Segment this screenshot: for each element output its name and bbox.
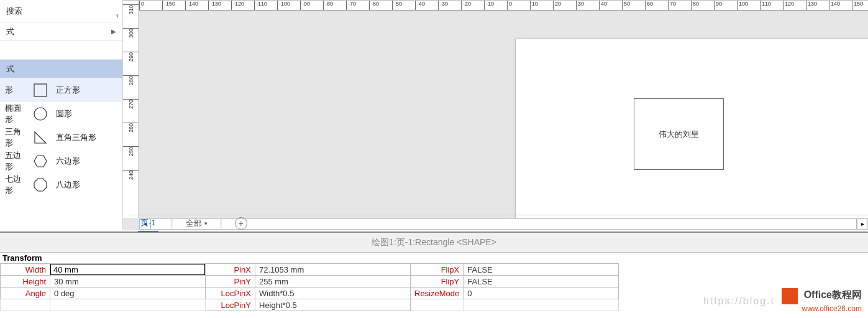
octagon-icon <box>32 177 48 193</box>
square-icon <box>32 82 48 98</box>
watermark: Office教程网 www.office26.com <box>782 288 862 313</box>
add-page-button[interactable]: + <box>235 217 247 230</box>
drawing-canvas[interactable]: 伟大的刘皇 <box>139 11 868 218</box>
shapesheet-title: 绘图1:页-1:Rectangle <SHAPE> <box>372 237 496 248</box>
cell-label-width[interactable]: Width <box>1 264 50 276</box>
section-header-transform[interactable]: Transform <box>0 253 868 263</box>
cell-label-flipy[interactable]: FlipY <box>411 276 464 288</box>
shape-label: 直角三角形 <box>56 132 96 143</box>
width-input[interactable] <box>50 264 205 275</box>
chevron-right-icon: ▶ <box>111 28 116 35</box>
panel-category-2[interactable] <box>0 41 122 60</box>
shape-label: 六边形 <box>56 156 80 167</box>
svg-point-1 <box>34 108 47 120</box>
shape-text: 伟大的刘皇 <box>659 129 699 140</box>
cell-empty <box>411 299 464 311</box>
transform-table: Width PinX 72.1053 mm FlipX FALSE Height… <box>0 263 619 311</box>
cell-empty <box>50 299 206 311</box>
table-row: Angle 0 deg LocPinX Width*0.5 ResizeMode… <box>1 288 619 299</box>
cell-value-piny[interactable]: 255 mm <box>255 276 411 288</box>
hexagon-icon <box>32 153 48 169</box>
cell-label-resizemode[interactable]: ResizeMode <box>411 288 464 299</box>
cell-label-flipx[interactable]: FlipX <box>411 264 464 276</box>
cell-value-locpiny[interactable]: Height*0.5 <box>255 299 411 311</box>
tab-all-pages[interactable]: 全部 ▾ <box>186 218 208 229</box>
shape-item-triangle[interactable]: 三角形 直角三角形 <box>0 126 122 149</box>
watermark-ghost-url: https://blog.t <box>703 296 775 307</box>
cell-value-resizemode[interactable]: 0 <box>464 288 619 299</box>
table-row: Width PinX 72.1053 mm FlipX FALSE <box>1 264 619 276</box>
cell-label-pinx[interactable]: PinX <box>206 264 255 276</box>
truncated-label: 三角形 <box>5 126 25 149</box>
cell-empty <box>1 299 50 311</box>
truncated-label: 五边形 <box>5 150 25 172</box>
shape-item-ellipse[interactable]: 椭圆形 圆形 <box>0 102 122 126</box>
shape-label: 八边形 <box>56 179 80 190</box>
search-row[interactable]: 搜索 <box>0 0 122 22</box>
svg-marker-3 <box>34 179 47 191</box>
svg-marker-2 <box>34 156 47 167</box>
table-row: Height 30 mm PinY 255 mm FlipY FALSE <box>1 276 619 288</box>
cell-label-angle[interactable]: Angle <box>1 288 50 299</box>
shapes-panel: ‹ 搜索 式 ▶ 式 形 正方形 椭圆形 圆形 三角形 直角三角形 五边形 六边… <box>0 0 123 230</box>
svg-rect-0 <box>34 84 47 96</box>
tab-page-1[interactable]: 页-1 <box>138 215 158 232</box>
cell-value-width[interactable] <box>50 264 206 276</box>
cell-value-angle[interactable]: 0 deg <box>50 288 206 299</box>
cell-label-locpiny[interactable]: LocPinY <box>206 299 255 311</box>
cell-label-height[interactable]: Height <box>1 276 50 288</box>
shape-label: 正方形 <box>56 85 80 96</box>
canvas-area: 310300290280270260250240 0-150-140-130-1… <box>123 0 868 230</box>
cell-value-pinx[interactable]: 72.1053 mm <box>255 264 411 276</box>
shape-label: 圆形 <box>56 108 72 119</box>
truncated-label: 椭圆形 <box>5 103 25 125</box>
collapse-panel-button[interactable]: ‹ <box>116 11 119 20</box>
watermark-brand2: 教程网 <box>832 289 862 300</box>
shape-item-heptagon[interactable]: 七边形 八边形 <box>0 173 122 197</box>
tab-all-label: 全部 <box>186 218 202 229</box>
cell-empty <box>464 299 619 311</box>
drawing-page[interactable]: 伟大的刘皇 <box>515 39 868 218</box>
vertical-ruler: 310300290280270260250240 <box>123 1 139 218</box>
shape-item-pentagon[interactable]: 五边形 六边形 <box>0 149 122 173</box>
panel-category-label: 式 <box>6 26 14 37</box>
cell-value-flipx[interactable]: FALSE <box>464 264 619 276</box>
table-row: LocPinY Height*0.5 <box>1 299 619 311</box>
watermark-brand: Office <box>804 289 832 300</box>
panel-category-3-selected[interactable]: 式 <box>0 60 122 78</box>
cell-value-height[interactable]: 30 mm <box>50 276 206 288</box>
cell-label-piny[interactable]: PinY <box>206 276 255 288</box>
page-tabs: 页-1 | 全部 ▾ | + <box>129 215 868 231</box>
circle-icon <box>32 106 48 122</box>
chevron-down-icon: ▾ <box>204 220 208 227</box>
panel-category-1[interactable]: 式 ▶ <box>0 22 122 41</box>
shape-item-rectangle[interactable]: 形 正方形 <box>0 78 122 102</box>
cell-value-locpinx[interactable]: Width*0.5 <box>255 288 411 299</box>
rectangle-shape[interactable]: 伟大的刘皇 <box>634 98 724 170</box>
panel-category-label: 式 <box>6 63 14 75</box>
office-logo-icon <box>782 288 798 304</box>
shapesheet-title-bar: 绘图1:页-1:Rectangle <SHAPE> <box>0 231 868 253</box>
watermark-url: www.office26.com <box>802 304 862 313</box>
cell-label-locpinx[interactable]: LocPinX <box>206 288 255 299</box>
cell-value-flipy[interactable]: FALSE <box>464 276 619 288</box>
truncated-label: 形 <box>5 85 25 96</box>
truncated-label: 七边形 <box>5 174 25 196</box>
right-triangle-icon <box>32 129 48 146</box>
horizontal-ruler: 0-150-140-130-120-110-100-90-80-70-60-50… <box>139 1 868 11</box>
